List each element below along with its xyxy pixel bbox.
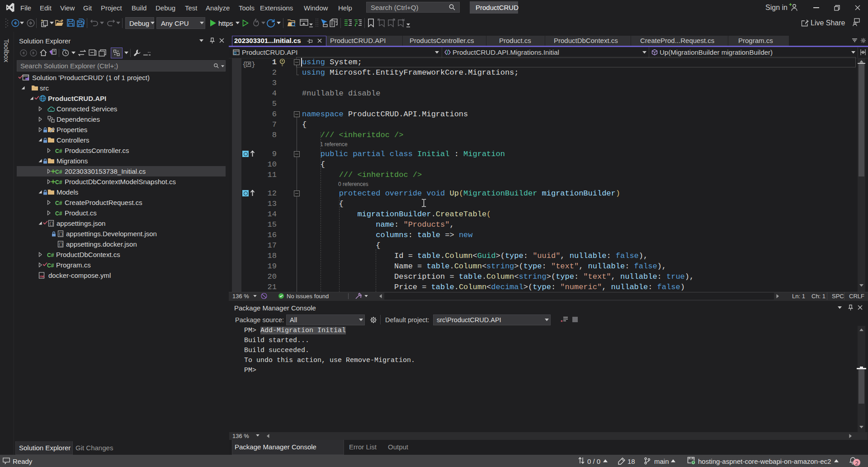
svg-text:YML: YML bbox=[39, 275, 45, 278]
svg-text:{: { bbox=[242, 61, 246, 69]
svg-text:{}: {} bbox=[59, 232, 63, 237]
svg-text:}: } bbox=[251, 61, 255, 69]
svg-text:{}: {} bbox=[49, 222, 54, 226]
svg-text:{}: {} bbox=[59, 243, 63, 247]
